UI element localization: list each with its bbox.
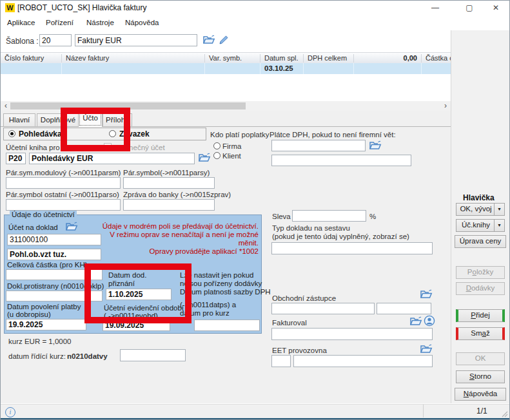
zprava-do-banky-input[interactable] xyxy=(123,199,215,211)
chevron-down-icon[interactable]: ▼ xyxy=(494,220,504,231)
uc-knihy-button[interactable]: Úč.knihy ▼ xyxy=(456,219,505,232)
invoiced-by-input[interactable] xyxy=(271,328,433,340)
book-name-input[interactable] xyxy=(29,153,195,164)
report-type-input[interactable] xyxy=(271,242,433,254)
book-code-input[interactable] xyxy=(6,153,26,164)
menu-napoveda[interactable]: Nápověda xyxy=(125,19,159,26)
col-dph-celkem[interactable]: DPH celkem xyxy=(304,54,354,62)
sales-rep-input[interactable] xyxy=(271,303,375,314)
polozky-button: Položky xyxy=(456,266,505,279)
ok-vyvoj-label: OK, vývoj xyxy=(456,204,495,215)
eet-code-input[interactable] xyxy=(271,355,291,367)
discount-input[interactable] xyxy=(292,210,366,222)
uprava-ceny-button[interactable]: Úprava ceny xyxy=(455,235,506,248)
vat-payer-folder-icon[interactable] xyxy=(369,140,382,151)
par-symbol-ostatni-input[interactable] xyxy=(6,199,121,211)
close-button[interactable]: ✕ xyxy=(484,1,507,15)
tab-ucto[interactable]: Účto xyxy=(78,111,103,127)
eet-folder-icon[interactable] xyxy=(420,343,433,354)
tab-hlavni[interactable]: Hlavní xyxy=(3,113,35,126)
dodavky-button: Dodávky xyxy=(456,282,505,295)
ok-button: OK xyxy=(456,352,505,365)
page-indicator: 1/1 xyxy=(476,407,487,415)
zavazek-radio[interactable] xyxy=(109,130,116,137)
info-icon[interactable]: i xyxy=(5,407,15,417)
vat-date-input[interactable] xyxy=(106,289,172,300)
sales-rep-folder-icon[interactable] xyxy=(420,289,433,300)
klient-radio[interactable] xyxy=(213,152,221,159)
invoiced-by-folder-icon[interactable] xyxy=(409,316,422,327)
right-panel xyxy=(451,30,509,403)
period-label1: Účetní evidenční období xyxy=(104,304,184,312)
rate-date-input[interactable] xyxy=(194,320,260,331)
vat-payer-name-input[interactable] xyxy=(271,155,411,166)
col-cislo-faktury[interactable]: Číslo faktury xyxy=(1,54,62,62)
account-folder-icon[interactable] xyxy=(65,221,78,232)
vat-payer-input[interactable] xyxy=(271,140,366,151)
sales-rep-code-input[interactable] xyxy=(377,303,431,314)
col-nazev-faktury[interactable]: Název faktury xyxy=(62,54,205,62)
counterparty-doc-input[interactable] xyxy=(6,291,103,301)
hscrollbar-thumb[interactable] xyxy=(10,102,246,110)
col-castka[interactable]: Částka ci xyxy=(422,54,451,62)
template-name-input[interactable] xyxy=(75,34,197,46)
control-date-input[interactable] xyxy=(120,349,186,361)
total-amount-input[interactable] xyxy=(6,269,103,280)
unique-account-checkbox[interactable] xyxy=(104,143,112,151)
tab-doplnkove[interactable]: Doplňkové xyxy=(37,113,79,126)
ok-vyvoj-button[interactable]: OK, vývoj ▼ xyxy=(456,203,505,216)
invoiced-by-person-icon[interactable] xyxy=(424,315,435,327)
par-symbol-label: Pár.symbol(->n0011parsy) xyxy=(123,169,210,177)
invoiced-by-label: Fakturoval xyxy=(272,319,307,327)
period-input[interactable] xyxy=(103,320,170,331)
template-code-input[interactable] xyxy=(39,34,72,46)
firma-label[interactable]: Firma xyxy=(222,142,241,150)
pohledavka-radio[interactable] xyxy=(8,130,15,137)
control-date-label: datum řídící kurz: xyxy=(8,352,66,360)
col-datum-spl[interactable]: Datum spl. xyxy=(260,54,304,62)
scroll-right-icon[interactable]: › xyxy=(441,102,450,110)
table-row[interactable]: 03.10.25 xyxy=(1,63,451,74)
tab-prilohy[interactable]: Přílohy xyxy=(103,113,132,126)
menu-porizeni[interactable]: Pořízení xyxy=(46,19,74,26)
firma-radio[interactable] xyxy=(213,142,221,149)
edit-pencil-icon[interactable] xyxy=(219,35,229,45)
bluebox-warning-line3: měnit. xyxy=(83,239,259,247)
note-line1: Lze nastavit jen pokud xyxy=(180,271,253,279)
minimize-button[interactable]: — xyxy=(424,1,447,15)
note-line4: (->n0011datps) a xyxy=(180,301,236,309)
par-sym-modulovy-input[interactable] xyxy=(6,177,121,189)
napoveda-button[interactable]: Nápověda xyxy=(455,388,506,401)
sales-rep-label: Obchodní zástupce xyxy=(272,294,336,302)
fees-label: Kdo platí poplatky xyxy=(210,131,269,138)
col-var-symb[interactable]: Var. symb. xyxy=(205,54,260,62)
col-dph-sum[interactable]: 0,00 xyxy=(354,54,422,62)
menu-nastroje[interactable]: Nástroje xyxy=(86,19,114,26)
pridej-button[interactable]: Přidej xyxy=(456,309,505,322)
eet-name-input[interactable] xyxy=(293,355,433,367)
book-folder-icon[interactable] xyxy=(198,152,211,163)
exchange-rate-label: kurz EUR = 1,0000 xyxy=(8,338,71,345)
smaz-button[interactable]: Smaž xyxy=(456,327,505,340)
pohledavka-label[interactable]: Pohledávka xyxy=(19,130,62,138)
par-symbol-input[interactable] xyxy=(123,177,215,189)
table-hscrollbar[interactable]: ‹ › xyxy=(1,101,451,111)
template-label: Šablona : xyxy=(6,37,39,45)
chevron-down-icon[interactable]: ▼ xyxy=(494,204,504,215)
par-sym-modulovy-label: Pár.sym.modulový (->n0011parsm) xyxy=(6,169,121,177)
klient-label[interactable]: Klient xyxy=(222,152,241,160)
statusbar-divider xyxy=(423,405,424,417)
zavazek-label[interactable]: Závazek xyxy=(119,130,150,138)
menu-aplikace[interactable]: Aplikace xyxy=(7,19,35,26)
payment-date-input[interactable] xyxy=(6,319,86,330)
open-template-folder-icon[interactable] xyxy=(202,34,215,45)
scroll-left-icon[interactable]: ‹ xyxy=(1,102,10,110)
payment-date-label1: Datum povolení platby xyxy=(7,303,81,310)
maximize-button[interactable]: ▢ xyxy=(458,1,481,15)
total-amount-label: Celková částka (pro KH) xyxy=(7,261,88,269)
cell-datum-spl: 03.10.25 xyxy=(260,63,304,74)
resize-grip[interactable] xyxy=(502,411,508,417)
storno-button[interactable]: Storno xyxy=(456,370,505,383)
panel-title: Hlavička xyxy=(463,194,495,202)
tab-baseline xyxy=(1,126,451,127)
